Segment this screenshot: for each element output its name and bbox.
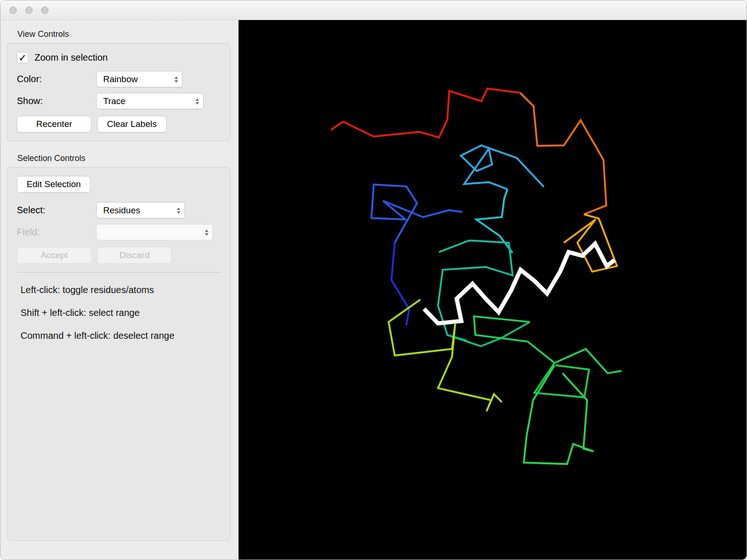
trace-segment-green3[interactable] [524,365,594,464]
recenter-button[interactable]: Recenter [17,116,92,133]
color-dropdown[interactable]: Rainbow ▲▼ [96,71,183,87]
zoom-window-button[interactable] [41,7,49,14]
app-window: View Controls ✓ Zoom in selection Color:… [0,0,747,560]
trace-segment-orange[interactable] [520,93,606,215]
selection-controls-title: Selection Controls [17,154,231,163]
sidebar: View Controls ✓ Zoom in selection Color:… [0,20,239,560]
select-dropdown[interactable]: Residues ▲▼ [96,202,185,218]
trace-segment-skyblue[interactable] [461,146,544,189]
trace-segment-blue[interactable] [371,184,462,243]
trace-segment-red[interactable] [331,89,520,138]
traffic-lights [9,7,49,14]
view-controls-group: ✓ Zoom in selection Color: Rainbow ▲▼ Sh… [7,43,231,141]
chevron-up-down-icon: ▲▼ [195,98,199,105]
chevron-up-down-icon: ▲▼ [204,229,209,236]
color-row: Color: Rainbow ▲▼ [17,71,222,87]
window-content: View Controls ✓ Zoom in selection Color:… [0,20,747,560]
trace-segment-chartreuse[interactable] [388,300,502,412]
help-command-left-click: Command + left-click: deselect range [21,330,218,341]
show-label: Show: [17,96,96,106]
trace-segment-green1[interactable] [474,316,621,373]
view-buttons-row: Recenter Clear Labels [17,116,222,133]
color-dropdown-value: Rainbow [103,74,138,84]
field-dropdown[interactable]: ▲▼ [96,224,213,240]
checkbox-box[interactable]: ✓ [17,52,28,63]
select-label: Select: [17,205,96,216]
chevron-up-down-icon: ▲▼ [176,207,181,214]
selection-buttons-row: Accept Discard [17,247,222,264]
discard-button[interactable]: Discard [97,247,172,264]
select-dropdown-value: Residues [103,205,140,216]
help-shift-left-click: Shift + left-click: select range [21,308,218,318]
protein-trace[interactable] [239,20,747,560]
view-controls-title: View Controls [17,29,231,39]
molecule-viewport[interactable] [239,20,747,560]
titlebar [0,0,747,20]
show-dropdown-value: Trace [103,96,126,106]
accept-button[interactable]: Accept [17,247,92,264]
checkmark-icon: ✓ [19,53,27,63]
show-dropdown[interactable]: Trace ▲▼ [96,93,204,109]
trace-segment-white-selection[interactable] [424,244,614,323]
divider [18,272,221,273]
edit-selection-button[interactable]: Edit Selection [17,176,91,193]
zoom-in-selection-checkbox[interactable]: ✓ Zoom in selection [17,52,222,63]
show-row: Show: Trace ▲▼ [17,93,222,109]
zoom-in-selection-label: Zoom in selection [35,52,108,63]
field-row: Field: ▲▼ [17,224,222,240]
selection-controls-group: Edit Selection Select: Residues ▲▼ Field… [7,167,231,541]
minimize-button[interactable] [25,7,33,14]
field-label: Field: [17,227,96,238]
select-row: Select: Residues ▲▼ [17,202,222,218]
help-left-click: Left-click: toggle residues/atoms [21,285,218,295]
close-button[interactable] [9,7,17,14]
color-label: Color: [17,74,96,84]
chevron-up-down-icon: ▲▼ [174,76,178,83]
clear-labels-button[interactable]: Clear Labels [97,116,167,133]
trace-segment-teal-green[interactable] [447,322,530,346]
